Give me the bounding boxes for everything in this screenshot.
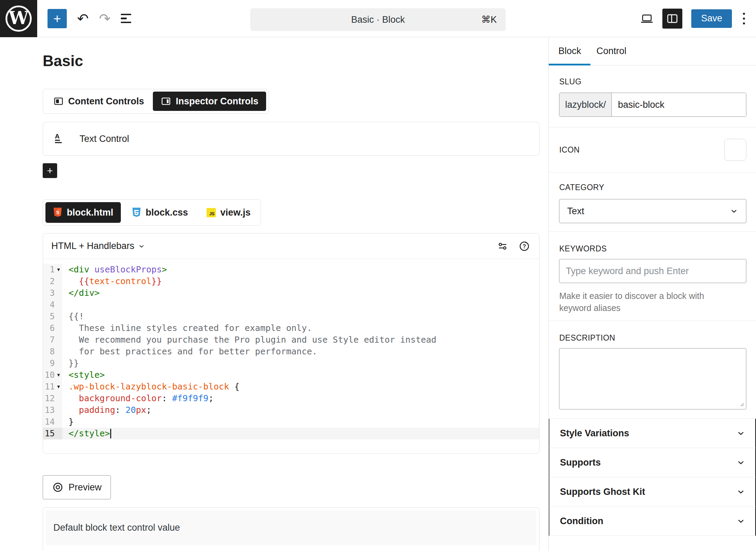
keywords-input[interactable] [559, 259, 746, 283]
category-section: CATEGORY Text [549, 173, 756, 232]
tab-control[interactable]: Control [590, 37, 632, 65]
tab-block-html[interactable]: 5 block.html [45, 202, 121, 223]
undo-button[interactable]: ↶ [77, 12, 89, 25]
code-line-9[interactable]: 9}} [43, 357, 539, 369]
block-inserter-button[interactable]: + [48, 9, 67, 28]
command-bar-title: Basic · Block [351, 14, 405, 25]
sidebar-panel-icon [666, 12, 679, 25]
keywords-label: KEYWORDS [559, 244, 746, 253]
block-editor-app: W + ↶ ↷ Basic · Block ⌘K [0, 0, 756, 551]
control-label: Text Control [80, 134, 129, 144]
chevron-down-icon [729, 207, 738, 216]
category-label: CATEGORY [559, 183, 746, 192]
settings-sidebar-toggle[interactable] [662, 9, 682, 29]
code-line-7[interactable]: 7 We recommend you purchase the Pro plug… [43, 334, 539, 346]
command-bar[interactable]: Basic · Block ⌘K [250, 8, 506, 31]
svg-text:5: 5 [56, 210, 59, 215]
editor-canvas: Basic Content Controls [0, 37, 548, 551]
toolbar-left-group: + ↶ ↷ [48, 9, 131, 28]
preview-button[interactable]: Preview [43, 475, 111, 499]
save-button[interactable]: Save [691, 9, 732, 28]
help-icon: ? [518, 240, 530, 252]
code-line-6[interactable]: 6 These inline styles created for exampl… [43, 322, 539, 334]
text-control-icon: A [53, 132, 67, 146]
code-line-12[interactable]: 12 background-color: #f9f9f9; [43, 393, 539, 404]
command-bar-shortcut: ⌘K [481, 14, 497, 25]
icon-picker[interactable] [724, 139, 746, 161]
category-select[interactable]: Text [559, 199, 746, 223]
code-line-13[interactable]: 13 padding: 20px; [43, 404, 539, 416]
accordion-condition[interactable]: Condition [549, 507, 756, 536]
resize-grip-icon[interactable] [737, 399, 744, 407]
view-preview-button[interactable] [640, 12, 653, 25]
page-title: Basic [43, 52, 539, 70]
code-line-10[interactable]: 10▾<style> [43, 369, 539, 381]
code-lines[interactable]: 1▾<div useBlockProps>2 {{text-control}}3… [43, 259, 539, 453]
code-editor-header: HTML + Handlebars [43, 233, 539, 259]
options-menu-icon[interactable] [741, 11, 747, 27]
wordpress-logo[interactable]: W [0, 0, 37, 37]
js-icon: JS [207, 208, 216, 217]
code-line-11[interactable]: 11▾.wp-block-lazyblock-basic-block { [43, 381, 539, 393]
description-section: DESCRIPTION [549, 321, 756, 419]
chevron-down-icon [736, 487, 746, 497]
code-line-5[interactable]: 5{{! [43, 311, 539, 322]
svg-text:A: A [55, 133, 60, 140]
fold-arrow-icon: ▾ [55, 369, 62, 381]
editor-settings-button[interactable] [497, 241, 508, 252]
inspector-controls-button[interactable]: Inspector Controls [153, 92, 266, 111]
code-line-3[interactable]: 3</div> [43, 287, 539, 299]
description-textarea[interactable] [559, 348, 746, 409]
sliders-icon [497, 241, 508, 252]
accordion-supports[interactable]: Supports [549, 448, 756, 477]
category-value: Text [567, 206, 584, 217]
text-control-item[interactable]: A Text Control [43, 122, 539, 156]
chevron-down-icon [736, 428, 746, 438]
keywords-section: KEYWORDS Make it easier to discover a bl… [549, 232, 756, 321]
add-control-button[interactable]: + [43, 163, 57, 178]
settings-sidebar: Block Control SLUG lazyblock/ ICON CATEG… [548, 37, 756, 551]
chevron-down-icon [138, 242, 145, 250]
text-cursor [110, 429, 111, 438]
code-line-2[interactable]: 2 {{text-control}} [43, 276, 539, 287]
wordpress-icon: W [6, 6, 32, 32]
laptop-icon [640, 12, 653, 25]
code-line-15[interactable]: 15</style> [43, 428, 539, 439]
content-controls-icon [53, 96, 64, 107]
top-toolbar: W + ↶ ↷ Basic · Block ⌘K [0, 0, 756, 37]
description-label: DESCRIPTION [559, 333, 746, 343]
fold-arrow-icon: ▾ [55, 264, 62, 276]
chevron-down-icon [736, 458, 746, 467]
content-controls-button[interactable]: Content Controls [45, 92, 151, 111]
slug-label: SLUG [559, 77, 746, 86]
tab-view-js[interactable]: JS view.js [199, 202, 258, 223]
code-line-4[interactable]: 4 [43, 299, 539, 311]
accordion-style-variations[interactable]: Style Variations [549, 419, 756, 448]
keywords-help-text: Make it easier to discover a block with … [559, 290, 717, 314]
tab-block-css[interactable]: block.css [124, 202, 196, 223]
document-overview-icon[interactable] [121, 14, 131, 23]
code-line-1[interactable]: 1▾<div useBlockProps> [43, 264, 539, 276]
redo-button[interactable]: ↷ [99, 12, 111, 25]
inspector-controls-icon [160, 96, 171, 107]
code-file-tabs: 5 block.html block.css [43, 199, 261, 226]
sidebar-tabs: Block Control [549, 37, 756, 65]
code-line-8[interactable]: 8 for best practices and for better perf… [43, 346, 539, 357]
editor-mode-select[interactable]: HTML + Handlebars [51, 241, 145, 251]
svg-text:JS: JS [209, 211, 214, 216]
slug-input[interactable] [612, 93, 746, 116]
rendered-block-preview: Default block text control value [46, 510, 536, 545]
editor-help-button[interactable]: ? [518, 240, 530, 252]
icon-label: ICON [559, 145, 580, 155]
svg-text:?: ? [523, 243, 526, 249]
slug-input-group: lazyblock/ [559, 93, 746, 117]
chevron-down-icon [736, 516, 746, 526]
slug-prefix: lazyblock/ [559, 93, 612, 116]
tab-block[interactable]: Block [549, 37, 590, 65]
code-line-14[interactable]: 14} [43, 416, 539, 428]
icon-section: ICON [549, 127, 756, 173]
html5-icon: 5 [53, 207, 62, 218]
toolbar-right-group: Save [640, 9, 747, 29]
slug-section: SLUG lazyblock/ [549, 65, 756, 127]
accordion-supports-ghost-kit[interactable]: Supports Ghost Kit [549, 477, 756, 507]
